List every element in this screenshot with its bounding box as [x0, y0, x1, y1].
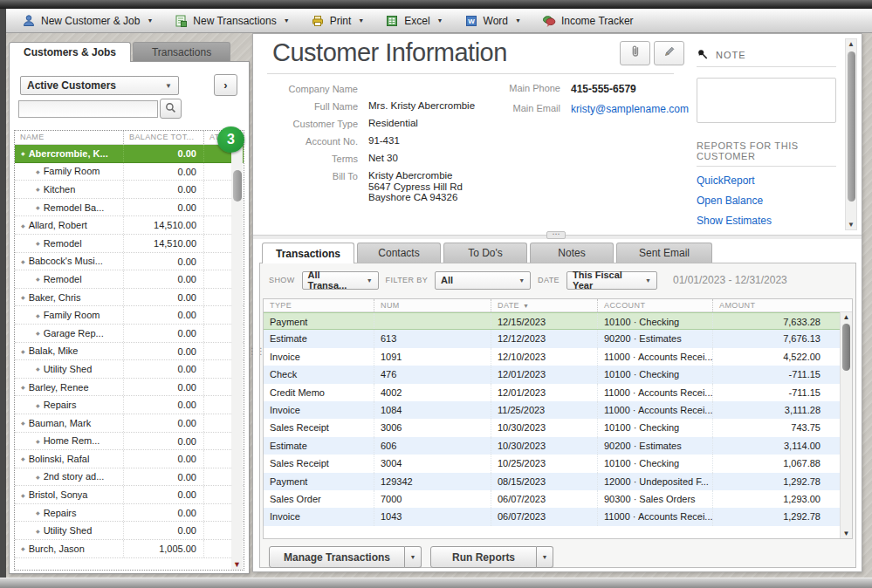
list-item[interactable]: ◆Balak, Mike0.00	[15, 343, 244, 361]
date-dropdown[interactable]: This Fiscal Year ▼	[566, 271, 657, 290]
show-estimates-link[interactable]: Show Estimates	[697, 215, 836, 227]
list-item[interactable]: ◆Bolinski, Rafal0.00	[15, 450, 244, 468]
customer-view-dropdown[interactable]: Active Customers ▼	[20, 76, 179, 95]
income-tracker-button[interactable]: Income Tracker	[535, 10, 644, 31]
table-row[interactable]: Invoice109112/10/202311000 · Accounts Re…	[264, 348, 852, 366]
list-item[interactable]: ◆Family Room0.00	[15, 163, 244, 181]
info-scrollbar[interactable]: ▲ ▼	[845, 38, 857, 230]
scroll-down-icon[interactable]: ▼	[231, 560, 243, 569]
print-button[interactable]: Print ▼	[304, 10, 375, 31]
column-header-balance[interactable]: BALANCE TOT...	[123, 131, 203, 144]
customer-list-scrollbar[interactable]: ▼	[231, 146, 243, 570]
main-email-link[interactable]: kristy@samplename.com	[571, 103, 689, 115]
tab-transactions[interactable]: Transactions	[262, 243, 354, 263]
list-item[interactable]: ◆Kitchen0.00	[15, 181, 244, 199]
cell-num: 1091	[374, 348, 491, 366]
list-item[interactable]: ◆Baker, Chris0.00	[15, 289, 244, 307]
list-item[interactable]: ◆Garage Rep...0.00	[15, 325, 244, 343]
excel-button[interactable]: Excel ▼	[378, 10, 453, 31]
list-item[interactable]: ◆Utility Shed0.00	[15, 522, 244, 540]
run-reports-dropdown[interactable]: ▼	[537, 546, 553, 568]
tab-customers-jobs[interactable]: Customers & Jobs	[9, 42, 131, 62]
column-header-name[interactable]: NAME	[15, 131, 123, 144]
cell-date: 10/30/2023	[491, 419, 597, 436]
diamond-bullet-icon: ◆	[36, 168, 40, 174]
list-item[interactable]: ◆Bristol, Sonya0.00	[15, 486, 244, 504]
note-textarea[interactable]	[697, 78, 836, 123]
column-header-account[interactable]: ACCOUNT	[597, 299, 712, 311]
table-row[interactable]: Sales Receipt300610/30/202310100 · Check…	[264, 419, 852, 436]
list-item[interactable]: ◆Remodel14,510.00	[15, 235, 244, 253]
tab-contacts[interactable]: Contacts	[357, 243, 441, 263]
list-item[interactable]: ◆Repairs0.00	[15, 504, 244, 523]
table-row[interactable]: Check47612/01/202310100 · Checking-711.1…	[264, 366, 852, 383]
scroll-down-icon[interactable]: ▼	[846, 221, 856, 229]
list-item[interactable]: ◆Repairs0.00	[15, 396, 244, 414]
panel-splitter-handle[interactable]: ⋮⋮	[248, 349, 253, 372]
open-balance-link[interactable]: Open Balance	[697, 195, 836, 207]
customer-name: Bristol, Sonya	[29, 489, 88, 500]
list-item[interactable]: ◆Bauman, Mark0.00	[15, 414, 244, 433]
list-item[interactable]: ◆Remodel0.00	[15, 270, 244, 289]
terms-value: Net 30	[368, 153, 517, 164]
filter-by-dropdown[interactable]: All ▼	[435, 271, 531, 290]
table-row[interactable]: Estimate60610/30/202390200 · Estimates3,…	[264, 437, 852, 455]
table-row[interactable]: Payment12934208/15/202312000 · Undeposit…	[264, 473, 852, 490]
word-icon: W	[464, 14, 478, 28]
scroll-up-icon[interactable]: ▲	[841, 313, 852, 321]
list-item[interactable]: ◆Allard, Robert14,510.00	[15, 216, 244, 235]
scroll-up-icon[interactable]: ▲	[846, 40, 856, 48]
tab-todos[interactable]: To Do's	[443, 243, 527, 263]
new-transactions-button[interactable]: New Transactions ▼	[167, 10, 299, 31]
diamond-bullet-icon: ◆	[36, 366, 40, 372]
manage-transactions-dropdown[interactable]: ▼	[405, 546, 422, 568]
scrollbar-thumb[interactable]	[233, 170, 242, 202]
column-header-num[interactable]: NUM	[374, 299, 491, 311]
tab-sent-email[interactable]: Sent Email	[616, 243, 712, 263]
table-row[interactable]: Estimate61312/12/202390200 · Estimates7,…	[264, 330, 852, 347]
cell-amount: 743.75	[712, 419, 827, 436]
table-row[interactable]: Payment12/15/202310100 · Checking7,633.2…	[264, 312, 852, 330]
scrollbar-thumb[interactable]	[848, 51, 855, 202]
quickreport-link[interactable]: QuickReport	[697, 174, 836, 187]
list-item[interactable]: ◆Home Rem...0.00	[15, 433, 244, 451]
table-row[interactable]: Invoice104306/07/202311000 · Accounts Re…	[264, 508, 852, 525]
new-customer-job-button[interactable]: New Customer & Job ▼	[15, 10, 163, 31]
table-row[interactable]: Invoice108411/25/202311000 · Accounts Re…	[264, 401, 852, 419]
search-button[interactable]	[160, 99, 182, 119]
word-button[interactable]: W Word ▼	[457, 10, 532, 31]
chevron-down-icon: ▼	[147, 17, 153, 24]
chevron-down-icon: ▼	[358, 17, 364, 24]
scrollbar-thumb[interactable]	[842, 324, 850, 371]
column-header-amount[interactable]: AMOUNT	[712, 299, 827, 311]
diamond-bullet-icon: ◆	[21, 222, 25, 229]
cell-account: 10100 · Checking	[597, 419, 712, 436]
list-item[interactable]: ◆Burch, Jason1,005.00	[15, 540, 244, 558]
transactions-scrollbar[interactable]: ▲ ▼	[840, 312, 852, 538]
show-dropdown[interactable]: All Transa... ▼	[302, 271, 379, 290]
column-header-date[interactable]: DATE▼	[491, 299, 597, 311]
divider-handle[interactable]: ⋯	[546, 231, 566, 239]
list-item[interactable]: ◆Abercrombie, K...0.00	[15, 145, 244, 163]
customer-search-input[interactable]	[18, 100, 158, 118]
list-item[interactable]: ◆Remodel Ba...0.00	[15, 199, 244, 217]
collapse-panel-button[interactable]: ›	[214, 74, 237, 96]
table-row[interactable]: Sales Receipt300410/25/202310100 · Check…	[264, 455, 852, 472]
tab-notes[interactable]: Notes	[530, 243, 614, 263]
run-reports-button[interactable]: Run Reports	[430, 546, 537, 568]
edit-customer-button[interactable]	[654, 41, 684, 65]
list-item[interactable]: ◆Family Room0.00	[15, 306, 244, 325]
list-item[interactable]: ◆Barley, Renee0.00	[15, 379, 244, 397]
list-item[interactable]: ◆Utility Shed0.00	[15, 360, 244, 379]
table-row[interactable]: Sales Order700006/07/202390300 · Sales O…	[264, 490, 852, 508]
manage-transactions-button[interactable]: Manage Transactions	[269, 546, 405, 568]
pane-divider[interactable]: ⋯	[253, 235, 862, 239]
list-item[interactable]: ◆2nd story ad...0.00	[15, 468, 244, 487]
cell-account: 90300 · Sales Orders	[597, 490, 712, 508]
table-row[interactable]: Credit Memo400212/01/202311000 · Account…	[264, 384, 852, 401]
list-item[interactable]: ◆Babcock's Musi...0.00	[15, 253, 244, 271]
attach-file-button[interactable]	[620, 41, 650, 65]
column-header-type[interactable]: TYPE	[264, 299, 374, 311]
scroll-down-icon[interactable]: ▼	[841, 530, 852, 537]
tab-transactions-left[interactable]: Transactions	[133, 42, 230, 62]
